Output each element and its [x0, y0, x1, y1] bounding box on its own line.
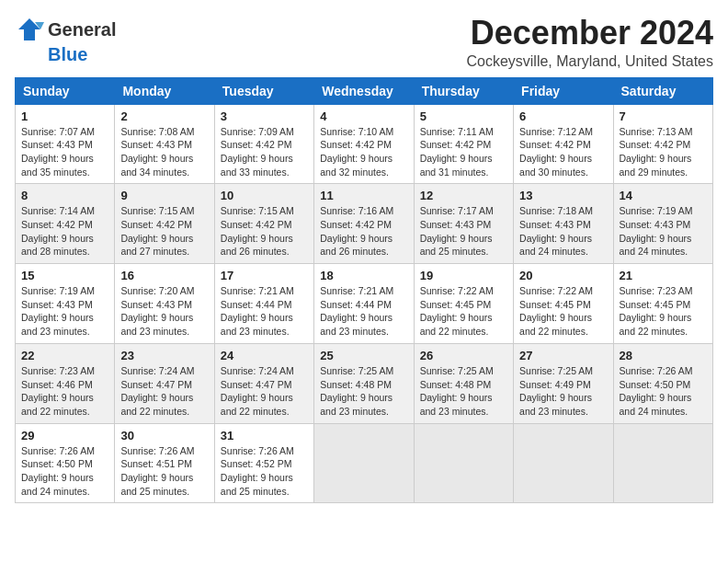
weekday-header-saturday: Saturday	[613, 77, 712, 104]
day-info: Sunrise: 7:25 AM Sunset: 4:49 PM Dayligh…	[519, 365, 593, 417]
calendar-week-5: 29 Sunrise: 7:26 AM Sunset: 4:50 PM Dayl…	[16, 423, 713, 503]
day-number: 21	[620, 269, 707, 282]
day-number: 28	[620, 349, 707, 362]
day-number: 11	[320, 189, 407, 202]
day-number: 1	[21, 109, 108, 123]
day-info: Sunrise: 7:23 AM Sunset: 4:46 PM Dayligh…	[21, 365, 95, 417]
day-info: Sunrise: 7:09 AM Sunset: 4:42 PM Dayligh…	[221, 126, 294, 178]
weekday-header-thursday: Thursday	[414, 77, 513, 104]
day-number: 5	[420, 109, 507, 123]
day-info: Sunrise: 7:26 AM Sunset: 4:52 PM Dayligh…	[221, 445, 294, 497]
day-number: 20	[519, 269, 607, 282]
day-info: Sunrise: 7:24 AM Sunset: 4:47 PM Dayligh…	[120, 365, 194, 417]
day-info: Sunrise: 7:20 AM Sunset: 4:43 PM Dayligh…	[120, 285, 194, 337]
calendar-header-row: SundayMondayTuesdayWednesdayThursdayFrid…	[16, 77, 713, 104]
calendar-cell	[514, 423, 613, 503]
calendar-cell: 2 Sunrise: 7:08 AM Sunset: 4:43 PM Dayli…	[115, 104, 214, 184]
day-info: Sunrise: 7:19 AM Sunset: 4:43 PM Dayligh…	[620, 205, 693, 257]
calendar-cell	[414, 423, 513, 503]
weekday-header-friday: Friday	[514, 77, 613, 104]
day-info: Sunrise: 7:23 AM Sunset: 4:45 PM Dayligh…	[620, 285, 693, 337]
calendar-cell: 28 Sunrise: 7:26 AM Sunset: 4:50 PM Dayl…	[613, 343, 712, 423]
day-number: 17	[221, 269, 308, 282]
weekday-header-tuesday: Tuesday	[214, 77, 313, 104]
calendar-cell: 23 Sunrise: 7:24 AM Sunset: 4:47 PM Dayl…	[115, 343, 214, 423]
day-info: Sunrise: 7:12 AM Sunset: 4:42 PM Dayligh…	[519, 126, 593, 178]
day-info: Sunrise: 7:16 AM Sunset: 4:42 PM Dayligh…	[320, 205, 393, 257]
day-info: Sunrise: 7:21 AM Sunset: 4:44 PM Dayligh…	[320, 285, 393, 337]
calendar-week-1: 1 Sunrise: 7:07 AM Sunset: 4:43 PM Dayli…	[16, 104, 713, 184]
calendar-table: SundayMondayTuesdayWednesdayThursdayFrid…	[15, 77, 713, 504]
calendar-week-3: 15 Sunrise: 7:19 AM Sunset: 4:43 PM Dayl…	[16, 264, 713, 344]
day-number: 10	[221, 189, 308, 202]
calendar-cell: 8 Sunrise: 7:14 AM Sunset: 4:42 PM Dayli…	[16, 184, 115, 264]
title-area: December 2024 Cockeysville, Maryland, Un…	[466, 15, 713, 70]
calendar-cell: 17 Sunrise: 7:21 AM Sunset: 4:44 PM Dayl…	[214, 264, 313, 344]
day-number: 22	[21, 349, 108, 362]
calendar-cell: 25 Sunrise: 7:25 AM Sunset: 4:48 PM Dayl…	[314, 343, 414, 423]
calendar-cell: 15 Sunrise: 7:19 AM Sunset: 4:43 PM Dayl…	[16, 264, 115, 344]
day-info: Sunrise: 7:13 AM Sunset: 4:42 PM Dayligh…	[620, 126, 693, 178]
calendar-cell: 30 Sunrise: 7:26 AM Sunset: 4:51 PM Dayl…	[115, 423, 214, 503]
calendar-cell: 14 Sunrise: 7:19 AM Sunset: 4:43 PM Dayl…	[613, 184, 712, 264]
calendar-cell: 19 Sunrise: 7:22 AM Sunset: 4:45 PM Dayl…	[414, 264, 513, 344]
day-info: Sunrise: 7:15 AM Sunset: 4:42 PM Dayligh…	[221, 205, 294, 257]
calendar-cell: 9 Sunrise: 7:15 AM Sunset: 4:42 PM Dayli…	[115, 184, 214, 264]
day-info: Sunrise: 7:22 AM Sunset: 4:45 PM Dayligh…	[420, 285, 494, 337]
calendar-cell: 13 Sunrise: 7:18 AM Sunset: 4:43 PM Dayl…	[514, 184, 613, 264]
day-info: Sunrise: 7:08 AM Sunset: 4:43 PM Dayligh…	[120, 126, 194, 178]
calendar-cell: 21 Sunrise: 7:23 AM Sunset: 4:45 PM Dayl…	[613, 264, 712, 344]
day-number: 7	[620, 109, 707, 123]
day-number: 19	[420, 269, 507, 282]
logo-text-general: General	[48, 19, 116, 40]
weekday-header-monday: Monday	[115, 77, 214, 104]
day-number: 23	[120, 349, 208, 362]
day-info: Sunrise: 7:17 AM Sunset: 4:43 PM Dayligh…	[420, 205, 494, 257]
calendar-cell: 18 Sunrise: 7:21 AM Sunset: 4:44 PM Dayl…	[314, 264, 414, 344]
weekday-header-sunday: Sunday	[16, 77, 115, 104]
day-info: Sunrise: 7:19 AM Sunset: 4:43 PM Dayligh…	[21, 285, 95, 337]
calendar-cell: 24 Sunrise: 7:24 AM Sunset: 4:47 PM Dayl…	[214, 343, 313, 423]
day-info: Sunrise: 7:24 AM Sunset: 4:47 PM Dayligh…	[221, 365, 294, 417]
day-info: Sunrise: 7:26 AM Sunset: 4:50 PM Dayligh…	[620, 365, 693, 417]
logo-icon	[15, 15, 44, 44]
logo-text-blue: Blue	[48, 44, 87, 65]
day-number: 14	[620, 189, 707, 202]
day-info: Sunrise: 7:26 AM Sunset: 4:51 PM Dayligh…	[120, 445, 194, 497]
day-number: 2	[120, 109, 208, 123]
day-info: Sunrise: 7:18 AM Sunset: 4:43 PM Dayligh…	[519, 205, 593, 257]
day-info: Sunrise: 7:25 AM Sunset: 4:48 PM Dayligh…	[320, 365, 393, 417]
calendar-cell: 7 Sunrise: 7:13 AM Sunset: 4:42 PM Dayli…	[613, 104, 712, 184]
day-number: 29	[21, 429, 108, 442]
day-number: 16	[120, 269, 208, 282]
day-number: 31	[221, 429, 308, 442]
calendar-cell: 12 Sunrise: 7:17 AM Sunset: 4:43 PM Dayl…	[414, 184, 513, 264]
day-number: 12	[420, 189, 507, 202]
calendar-cell: 22 Sunrise: 7:23 AM Sunset: 4:46 PM Dayl…	[16, 343, 115, 423]
day-number: 13	[519, 189, 607, 202]
calendar-cell: 6 Sunrise: 7:12 AM Sunset: 4:42 PM Dayli…	[514, 104, 613, 184]
day-info: Sunrise: 7:26 AM Sunset: 4:50 PM Dayligh…	[21, 445, 95, 497]
calendar-cell: 5 Sunrise: 7:11 AM Sunset: 4:42 PM Dayli…	[414, 104, 513, 184]
calendar-week-4: 22 Sunrise: 7:23 AM Sunset: 4:46 PM Dayl…	[16, 343, 713, 423]
calendar-cell: 4 Sunrise: 7:10 AM Sunset: 4:42 PM Dayli…	[314, 104, 414, 184]
location-title: Cockeysville, Maryland, United States	[466, 53, 713, 70]
day-info: Sunrise: 7:25 AM Sunset: 4:48 PM Dayligh…	[420, 365, 494, 417]
calendar-cell: 26 Sunrise: 7:25 AM Sunset: 4:48 PM Dayl…	[414, 343, 513, 423]
calendar-cell: 16 Sunrise: 7:20 AM Sunset: 4:43 PM Dayl…	[115, 264, 214, 344]
day-number: 4	[320, 109, 407, 123]
calendar-cell	[613, 423, 712, 503]
weekday-header-wednesday: Wednesday	[314, 77, 414, 104]
day-number: 26	[420, 349, 507, 362]
day-info: Sunrise: 7:10 AM Sunset: 4:42 PM Dayligh…	[320, 126, 393, 178]
day-number: 3	[221, 109, 308, 123]
day-info: Sunrise: 7:21 AM Sunset: 4:44 PM Dayligh…	[221, 285, 294, 337]
calendar-cell	[314, 423, 414, 503]
svg-marker-0	[18, 18, 40, 40]
day-number: 6	[519, 109, 607, 123]
day-info: Sunrise: 7:14 AM Sunset: 4:42 PM Dayligh…	[21, 205, 95, 257]
calendar-cell: 27 Sunrise: 7:25 AM Sunset: 4:49 PM Dayl…	[514, 343, 613, 423]
day-number: 25	[320, 349, 407, 362]
day-number: 18	[320, 269, 407, 282]
month-title: December 2024	[466, 15, 713, 52]
